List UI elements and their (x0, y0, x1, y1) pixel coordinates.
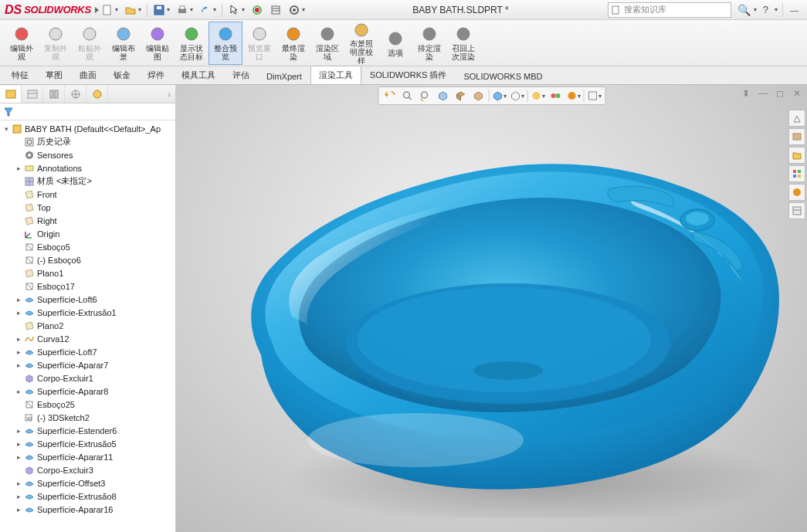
section-view-button[interactable] (435, 88, 450, 103)
print-button[interactable]: ▾ (174, 2, 195, 18)
tree-node[interactable]: ▸Superfície-Aparar16 (0, 503, 175, 516)
display-tab[interactable] (86, 86, 108, 103)
tree-root-node[interactable]: ▾ BABY BATH (Default<<Default>_Ap (0, 122, 175, 135)
help-button[interactable]: ? (760, 4, 771, 15)
viewport-layout-button[interactable]: ▾ (586, 88, 602, 103)
collapse-icon[interactable]: ▾ (2, 125, 11, 133)
open-button[interactable]: ▾ (122, 2, 144, 18)
expand-icon[interactable]: ▸ (14, 164, 23, 172)
tree-node[interactable]: ▸Curva12 (0, 332, 175, 345)
tab-评估[interactable]: 评估 (224, 66, 258, 84)
zoom-fit-button[interactable] (381, 88, 397, 103)
baby-bath-3d-model[interactable] (199, 116, 802, 517)
tree-node[interactable]: (-) Esboço6 (0, 253, 175, 266)
tree-node[interactable]: 历史记录 (0, 135, 175, 148)
maximize-viewport-button[interactable]: ◻ (773, 86, 787, 100)
tree-node[interactable]: ▸Superfície-Estender6 (0, 424, 175, 437)
tree-node[interactable]: Top (0, 201, 175, 214)
previous-view-button[interactable] (417, 88, 432, 103)
cmd-6[interactable]: 整合预 览 (209, 22, 242, 65)
cmd-8[interactable]: 最终渲 染 (276, 22, 310, 65)
cmd-10[interactable]: 布景照 明度校 样 (344, 22, 378, 65)
tree-node[interactable]: Front (0, 188, 175, 201)
tree-node[interactable]: 材质 <未指定> (0, 175, 175, 188)
options-button[interactable] (267, 2, 284, 18)
tree-node[interactable]: ▸Superfície-Loft7 (0, 345, 175, 358)
tree-node[interactable]: Esboço17 (0, 280, 175, 293)
expand-icon[interactable]: ▸ (14, 388, 23, 395)
tree-node[interactable]: Corpo-Excluir3 (0, 463, 175, 476)
cmd-0[interactable]: 编辑外 观 (5, 22, 39, 65)
zoom-area-button[interactable] (399, 88, 415, 103)
expand-icon[interactable]: ▸ (14, 440, 23, 448)
new-button[interactable]: ▾ (99, 2, 120, 18)
tree-node[interactable]: 3D(-) 3DSketch2 (0, 411, 175, 424)
expand-icon[interactable]: ▸ (14, 361, 23, 369)
tree-node[interactable]: Esboço25 (0, 398, 175, 411)
hide-show-button[interactable]: ▾ (491, 88, 507, 103)
apply-scene-button[interactable]: ▾ (530, 88, 545, 103)
render-button[interactable]: ▾ (565, 88, 581, 103)
select-button[interactable]: ▾ (225, 2, 247, 18)
cmd-9[interactable]: 渲染区 域 (310, 22, 344, 65)
tree-node[interactable]: Plano1 (0, 266, 175, 280)
expand-icon[interactable]: ▸ (14, 309, 23, 317)
expand-icon[interactable]: ▸ (14, 296, 23, 303)
feature-tree-tab[interactable] (0, 86, 22, 103)
display-style-button[interactable] (470, 88, 486, 103)
tab-焊件[interactable]: 焊件 (139, 66, 173, 84)
expand-icon[interactable]: ▸ (14, 453, 23, 461)
settings-button[interactable]: ▾ (286, 2, 307, 18)
configuration-tab[interactable] (43, 86, 65, 103)
tree-node[interactable]: Corpo-Excluir1 (0, 371, 175, 385)
view-orientation-button[interactable] (453, 88, 468, 103)
search-icon[interactable]: 🔍 (737, 4, 751, 16)
save-button[interactable]: ▾ (151, 2, 172, 18)
tab-SOLIDWORKS 插件[interactable]: SOLIDWORKS 插件 (361, 66, 456, 84)
expand-icon[interactable]: ▸ (14, 427, 23, 435)
cmd-4[interactable]: 编辑贴 图 (141, 22, 175, 65)
tab-SOLIDWORKS MBD[interactable]: SOLIDWORKS MBD (455, 68, 551, 84)
expand-icon[interactable]: ▸ (14, 335, 23, 343)
tree-node[interactable]: ▸Superfície-Aparar8 (0, 385, 175, 398)
tab-特征[interactable]: 特征 (3, 66, 37, 84)
tree-node[interactable]: Esboço5 (0, 240, 175, 253)
filter-icon[interactable] (3, 107, 14, 117)
collapse-icon[interactable]: ⬍ (739, 86, 753, 100)
dimxpert-tab[interactable] (65, 86, 86, 103)
side-panel-more[interactable]: › (163, 90, 175, 99)
view-settings-button[interactable] (548, 88, 563, 103)
tab-钣金[interactable]: 钣金 (105, 66, 139, 84)
tab-曲面[interactable]: 曲面 (71, 66, 105, 84)
tree-node[interactable]: Origin (0, 227, 175, 240)
tree-node[interactable]: ▸Superfície-Extrusão1 (0, 306, 175, 319)
cmd-12[interactable]: 排定渲 染 (412, 22, 446, 65)
expand-icon[interactable]: ▸ (14, 348, 23, 356)
tree-node[interactable]: ▸Annotations (0, 161, 175, 175)
graphics-viewport[interactable]: ▾ ▾ ▾ ▾ ▾ ⬍ — ◻ ✕ (176, 85, 807, 532)
tree-node[interactable]: ▸Superfície-Loft6 (0, 293, 175, 306)
expand-icon[interactable]: ▸ (14, 506, 23, 513)
tree-node[interactable]: ▸Superfície-Aparar11 (0, 450, 175, 463)
minimize-viewport-button[interactable]: — (756, 86, 770, 100)
tree-node[interactable]: ▸Superfície-Offset3 (0, 476, 175, 490)
tree-node[interactable]: Sensores (0, 148, 175, 161)
tree-node[interactable]: Plano2 (0, 319, 175, 332)
tab-DimXpert[interactable]: DimXpert (258, 68, 310, 84)
rebuild-button[interactable] (249, 2, 266, 18)
cmd-11[interactable]: 选项 (378, 22, 412, 65)
cmd-5[interactable]: 显示状 态目标 (175, 22, 209, 65)
search-knowledge-base[interactable]: 搜索知识库 (608, 2, 731, 18)
tree-node[interactable]: ▸Superfície-Extrusão5 (0, 437, 175, 450)
property-manager-tab[interactable] (22, 86, 43, 103)
cmd-3[interactable]: 编辑布 景 (107, 22, 141, 65)
tab-模具工具[interactable]: 模具工具 (173, 66, 224, 84)
tree-node[interactable]: ▸Superfície-Aparar7 (0, 358, 175, 371)
tree-node[interactable]: Right (0, 214, 175, 227)
expand-icon[interactable]: ▸ (14, 493, 23, 500)
expand-icon[interactable]: ▸ (14, 479, 23, 487)
edit-appearance-button[interactable]: ▾ (509, 88, 524, 103)
close-viewport-button[interactable]: ✕ (790, 86, 804, 100)
tree-node[interactable]: ▸Superfície-Extrusão8 (0, 490, 175, 503)
undo-button[interactable]: ▾ (197, 2, 219, 18)
